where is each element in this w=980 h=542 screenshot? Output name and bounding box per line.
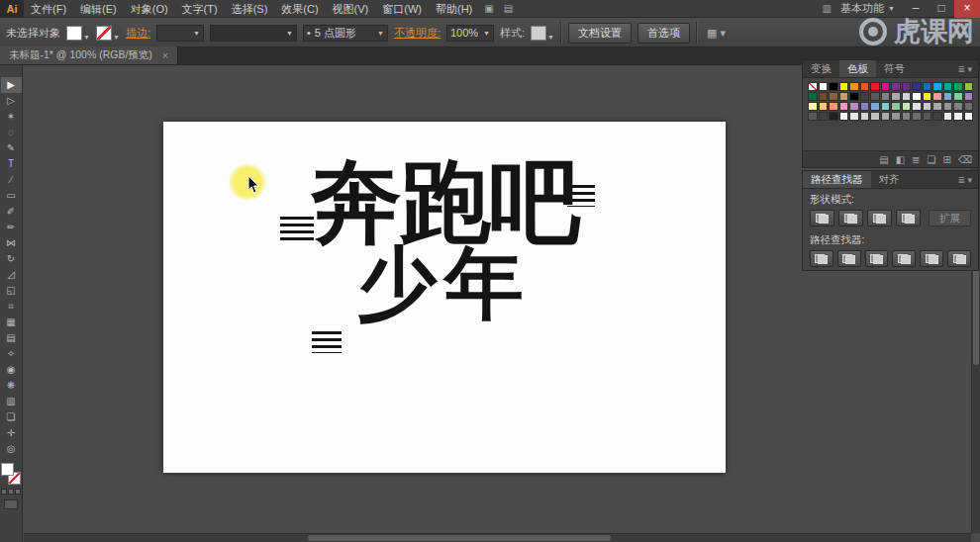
style-picker[interactable]: ▼ <box>531 26 554 41</box>
swatch[interactable] <box>829 92 838 101</box>
direct-selection-tool[interactable]: ▷ <box>1 93 22 109</box>
color-mode-button[interactable] <box>1 489 7 495</box>
swatch[interactable] <box>953 82 963 91</box>
swatch[interactable] <box>891 102 901 111</box>
menu-effect[interactable]: 效果(C) <box>274 0 325 18</box>
shape-mode-intersect[interactable] <box>867 210 892 226</box>
tab-pathfinder[interactable]: 路径查找器 <box>803 171 871 188</box>
menu-window[interactable]: 窗口(W) <box>375 0 429 18</box>
swatch[interactable] <box>808 112 818 121</box>
line-segment-tool[interactable]: ∕ <box>1 172 22 188</box>
stroke-width-dropdown[interactable]: ▼ <box>156 25 204 42</box>
graph-tool[interactable]: ▥ <box>1 394 22 409</box>
shape-mode-unite[interactable] <box>810 210 834 226</box>
mesh-tool[interactable]: ▦ <box>1 315 22 330</box>
delete-swatch-icon[interactable]: ⌫ <box>958 154 972 165</box>
rotate-tool[interactable]: ↻ <box>1 251 22 267</box>
swatch[interactable] <box>943 82 953 91</box>
swatch[interactable] <box>953 112 963 121</box>
pathfinder-divide[interactable] <box>810 250 833 267</box>
document-setup-button[interactable]: 文档设置 <box>568 23 632 44</box>
menu-type[interactable]: 文字(T) <box>175 0 225 18</box>
expand-button[interactable]: 扩展 <box>929 210 971 226</box>
symbol-sprayer-tool[interactable]: ❋ <box>1 378 22 394</box>
lasso-tool[interactable]: ◌ <box>1 125 22 140</box>
panel-menu-icon[interactable]: ≣ ▾ <box>951 175 978 185</box>
swatch[interactable] <box>870 112 880 121</box>
swatch[interactable] <box>819 102 829 111</box>
doc-layout-icon[interactable]: ▤ <box>499 3 518 14</box>
menu-edit[interactable]: 编辑(E) <box>73 0 124 18</box>
swatch[interactable] <box>860 112 870 121</box>
opacity-link[interactable]: 不透明度: <box>394 26 441 41</box>
gradient-mode-button[interactable] <box>8 489 14 495</box>
paintbrush-tool[interactable]: ✐ <box>1 204 22 220</box>
swatch[interactable] <box>849 102 859 111</box>
preferences-button[interactable]: 首选项 <box>637 23 690 44</box>
swatch[interactable] <box>932 112 942 121</box>
menu-view[interactable]: 视图(V) <box>326 0 376 18</box>
panel-menu-icon[interactable]: ▦ ▾ <box>704 27 729 40</box>
scale-tool[interactable]: ◿ <box>1 267 22 283</box>
none-mode-button[interactable] <box>15 489 21 495</box>
swatch-none[interactable] <box>808 82 818 91</box>
swatch[interactable] <box>849 112 859 121</box>
fill-color-picker[interactable]: ▼ <box>66 26 90 41</box>
shape-mode-minus-front[interactable] <box>838 210 863 226</box>
horizontal-scrollbar-thumb[interactable] <box>308 535 611 541</box>
swatch[interactable] <box>923 112 932 121</box>
stroke-color-picker[interactable]: ▼ <box>96 26 120 41</box>
swatch[interactable] <box>943 92 953 101</box>
horizontal-scrollbar[interactable] <box>24 533 971 542</box>
swatch[interactable] <box>860 102 870 111</box>
swatch[interactable] <box>932 102 942 111</box>
opacity-dropdown[interactable]: 100% ▼ <box>446 25 494 42</box>
swatch[interactable] <box>881 102 891 111</box>
swatch[interactable] <box>953 92 963 101</box>
pen-tool[interactable]: ✎ <box>1 140 22 156</box>
eyedropper-tool[interactable]: ✧ <box>1 346 22 362</box>
swatch[interactable] <box>819 82 829 91</box>
artboard[interactable]: 奔跑吧 少年 <box>163 122 726 473</box>
swatch[interactable] <box>964 92 974 101</box>
selection-tool[interactable]: ▶ <box>1 77 22 93</box>
swatch[interactable] <box>829 112 838 121</box>
menu-select[interactable]: 选择(S) <box>225 0 275 18</box>
hand-tool[interactable]: ✛ <box>1 425 22 441</box>
swatch[interactable] <box>902 112 912 121</box>
gradient-tool[interactable]: ▤ <box>1 330 22 346</box>
new-color-group-icon[interactable]: ❏ <box>928 154 936 165</box>
swatch[interactable] <box>932 82 942 91</box>
perspective-grid-tool[interactable]: ⌗ <box>1 299 22 315</box>
variable-width-dropdown[interactable]: ▼ <box>210 25 297 42</box>
swatch[interactable] <box>881 112 891 121</box>
doc-arrange-icon[interactable]: ▣ <box>479 3 498 14</box>
swatch[interactable] <box>808 102 818 111</box>
width-tool[interactable]: ⋈ <box>1 235 22 251</box>
swatch[interactable] <box>839 102 849 111</box>
swatch[interactable] <box>870 82 880 91</box>
screen-mode-button[interactable] <box>4 499 18 509</box>
document-tab[interactable]: 未标题-1* @ 100% (RGB/预览) × <box>0 46 178 64</box>
pathfinder-trim[interactable] <box>837 250 861 267</box>
swatch-options-icon[interactable]: ≣ <box>912 154 920 165</box>
swatch[interactable] <box>932 92 942 101</box>
swatch[interactable] <box>881 82 891 91</box>
brush-dropdown[interactable]: • 5 点圆形 ▼ <box>303 25 388 42</box>
swatch[interactable] <box>953 102 963 111</box>
swatch[interactable] <box>902 92 912 101</box>
stroke-link[interactable]: 描边: <box>126 26 150 41</box>
swatch[interactable] <box>839 112 849 121</box>
rectangle-tool[interactable]: ▭ <box>1 188 22 204</box>
swatch[interactable] <box>849 92 859 101</box>
tab-transform[interactable]: 变换 <box>803 60 839 77</box>
swatch[interactable] <box>923 82 932 91</box>
swatch[interactable] <box>881 92 891 101</box>
swatch[interactable] <box>902 102 912 111</box>
blend-tool[interactable]: ◉ <box>1 362 22 378</box>
swatch[interactable] <box>839 82 849 91</box>
shape-mode-exclude[interactable] <box>896 210 921 226</box>
swatch[interactable] <box>964 102 974 111</box>
swatch[interactable] <box>964 82 974 91</box>
pathfinder-merge[interactable] <box>865 250 889 267</box>
